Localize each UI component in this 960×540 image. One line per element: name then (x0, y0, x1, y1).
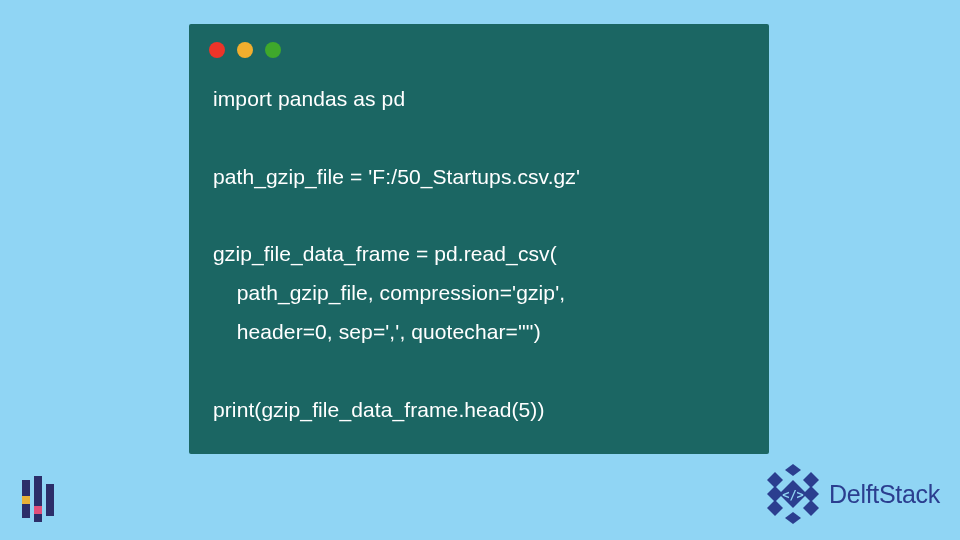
svg-marker-0 (785, 464, 801, 476)
maximize-icon (265, 42, 281, 58)
delftstack-badge-icon: </> (761, 462, 825, 526)
svg-marker-7 (785, 512, 801, 524)
brand-name: DelftStack (829, 480, 940, 509)
code-block: import pandas as pd path_gzip_file = 'F:… (213, 80, 745, 430)
minimize-icon (237, 42, 253, 58)
site-logo-left (22, 476, 68, 522)
svg-marker-1 (803, 472, 819, 488)
code-window: import pandas as pd path_gzip_file = 'F:… (189, 24, 769, 454)
window-controls (209, 42, 745, 58)
svg-marker-2 (767, 472, 783, 488)
brand-footer: </> DelftStack (761, 462, 940, 526)
svg-marker-6 (767, 500, 783, 516)
svg-text:</>: </> (782, 488, 804, 502)
close-icon (209, 42, 225, 58)
svg-marker-5 (803, 500, 819, 516)
